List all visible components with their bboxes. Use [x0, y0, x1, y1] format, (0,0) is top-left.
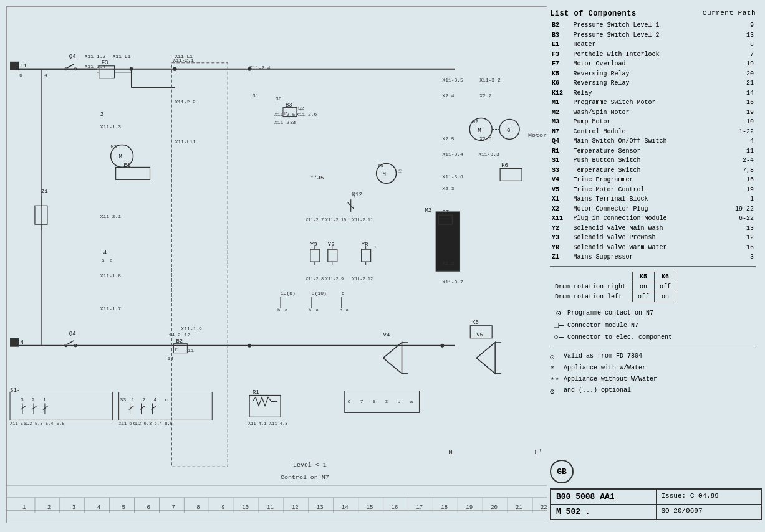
svg-text:X2.6: X2.6: [479, 136, 491, 141]
svg-text:5.2: 5.2: [24, 421, 32, 426]
legend-path: 12: [725, 233, 756, 243]
svg-text:X11-2.12: X11-2.12: [352, 277, 373, 282]
legend-area: List of Components Current Path B2 Press…: [547, 6, 759, 523]
svg-text:P: P: [175, 347, 177, 352]
legend-path: 1: [725, 194, 756, 204]
legend-desc: Mains Terminal Block: [571, 194, 724, 204]
svg-text:6.3: 6.3: [144, 421, 152, 426]
legend-path: 20: [725, 69, 756, 79]
main-container: X1-L1 X1-N Q4 Q4 6: [0, 0, 765, 532]
svg-text:X11-2.5: X11-2.5: [274, 112, 296, 117]
svg-text:X11-2.4: X11-2.4: [249, 65, 271, 70]
svg-text:5.5: 5.5: [57, 421, 65, 426]
svg-point-195: [248, 344, 251, 348]
svg-text:M1: M1: [378, 163, 384, 168]
legend-path: 9: [725, 21, 756, 31]
legend-row: K5 Reversing Relay 20: [550, 69, 756, 79]
svg-text:6.2: 6.2: [133, 421, 142, 426]
svg-text:M: M: [119, 154, 122, 160]
svg-text:a: a: [285, 308, 287, 313]
svg-text:6: 6: [342, 290, 345, 296]
svg-text:X11-1.7: X11-1.7: [100, 306, 122, 311]
legend-code: B3: [550, 31, 571, 40]
svg-point-196: [440, 344, 444, 348]
legend-title: List of Components: [550, 9, 637, 18]
svg-text:L': L': [534, 449, 542, 456]
legend-desc: Push Button Switch: [571, 156, 724, 166]
rotation-k5: on: [633, 282, 655, 292]
svg-text:10(8): 10(8): [281, 290, 296, 296]
svg-text:9: 9: [348, 399, 351, 404]
legend-code: N7: [550, 127, 571, 137]
legend-code: S3: [550, 166, 571, 176]
legend-code: X2: [550, 204, 571, 214]
legend-path: 16: [725, 175, 756, 185]
legend-code: M2: [550, 108, 571, 118]
svg-text:Y2: Y2: [328, 242, 335, 248]
legend-row: Q4 Main Switch On/Off Switch 4: [550, 136, 756, 146]
legend-row: R1 Temperature Sensor 11: [550, 146, 756, 156]
svg-text:X11-1.3: X11-1.3: [100, 124, 122, 130]
legend-code: M3: [550, 117, 571, 127]
legend-code: F7: [550, 59, 571, 69]
note-text-4: and (...) optional: [564, 387, 631, 394]
connector-module-label: Connector module N7: [567, 322, 638, 329]
svg-text:b: b: [309, 308, 311, 313]
rotation-k6: off: [655, 282, 676, 292]
svg-text:V5: V5: [476, 332, 483, 338]
svg-text:M: M: [478, 128, 481, 134]
legend-desc: Main Switch On/Off Switch: [571, 136, 724, 146]
legend-code: V5: [550, 185, 571, 195]
legend-row: B2 Pressure Switch Level 1 9: [550, 21, 756, 31]
legend-row: Y2 Solenoid Valve Main Wash 13: [550, 224, 756, 234]
svg-text:21: 21: [516, 505, 522, 511]
note-text-1: Valid as from FD 7804: [564, 353, 642, 359]
svg-text:8(10): 8(10): [312, 290, 327, 296]
legend-path: 16: [725, 98, 756, 108]
legend-desc: Temperature Switch: [571, 166, 724, 176]
svg-text:X11-3.4: X11-3.4: [442, 151, 463, 157]
svg-text:X11-1.8: X11-1.8: [100, 273, 122, 278]
svg-text:X11-2.1: X11-2.1: [173, 57, 194, 63]
legend-code: X1: [550, 194, 571, 204]
note-text-3: Appliance without W/Water: [564, 376, 657, 382]
programme-contact-label: Programme contact on N7: [567, 310, 653, 316]
legend-desc: Plug in Connection Module: [571, 214, 724, 224]
svg-text:X11-L1: X11-L1: [113, 54, 131, 59]
legend-row: K6 Reversing Relay 21: [550, 78, 756, 88]
rotation-table: K5 K6 Drum rotation right on off Drum ro…: [550, 272, 676, 302]
legend-path: 19: [725, 185, 756, 195]
svg-text:X11-4.3: X11-4.3: [269, 421, 287, 426]
svg-text:2: 2: [143, 397, 146, 402]
svg-text:5: 5: [122, 505, 125, 511]
svg-text:4: 4: [97, 505, 100, 511]
svg-text:Y3: Y3: [310, 242, 317, 248]
legend-path: 21: [725, 78, 756, 88]
svg-text:X2.4: X2.4: [442, 93, 454, 98]
svg-text:X11-3.3: X11-3.3: [478, 151, 499, 157]
legend-path: 4: [725, 136, 756, 146]
legend-desc: Reversing Relay: [571, 78, 724, 88]
legend-path: 19-22: [725, 204, 756, 214]
legend-code: R1: [550, 146, 571, 156]
legend-subtitle: Current Path: [703, 9, 756, 18]
diagram-area: X1-L1 X1-N Q4 Q4 6: [6, 6, 549, 523]
legend-desc: Heater: [571, 40, 724, 50]
svg-text:20: 20: [491, 505, 498, 511]
svg-text:X11-3.5: X11-3.5: [442, 77, 463, 83]
note-bullet-3: **: [550, 376, 564, 385]
svg-text:4: 4: [44, 72, 47, 78]
legend-row: S1 Push Button Switch 2-4: [550, 156, 756, 166]
legend-code: Z1: [550, 252, 571, 262]
svg-text:34: 34: [290, 120, 296, 125]
legend-code: S1: [550, 156, 571, 166]
legend-desc: Motor Connector Plug: [571, 204, 724, 214]
legend-desc: Reversing Relay: [571, 69, 724, 79]
svg-text:*: *: [374, 245, 377, 250]
connector-elec-icon: ○—: [550, 333, 567, 342]
svg-text:S2: S2: [298, 105, 304, 111]
svg-text:X11-1.4: X11-1.4: [85, 64, 106, 69]
svg-text:31: 31: [253, 93, 259, 98]
svg-text:4: 4: [103, 250, 107, 256]
legend-path: 8: [725, 40, 756, 50]
